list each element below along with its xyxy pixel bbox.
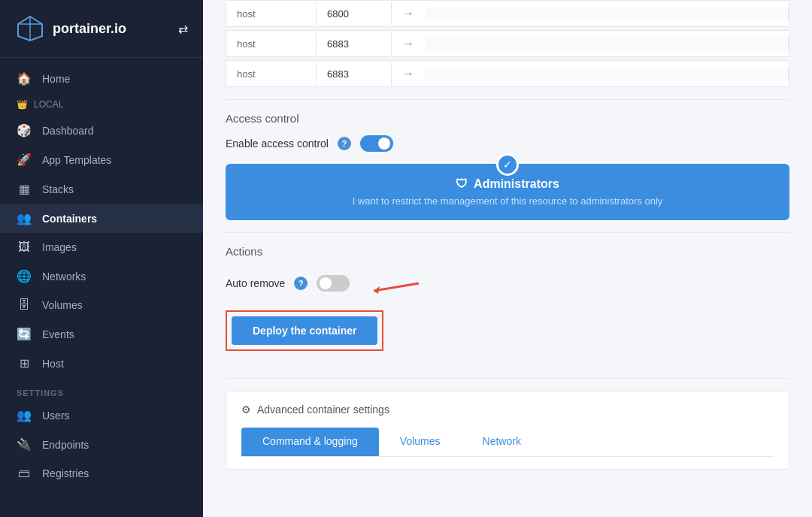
users-icon: 👥 [17, 408, 32, 422]
deploy-container-button[interactable]: Deploy the container [232, 316, 377, 345]
tab-network-label: Network [483, 435, 521, 447]
port-label-1: host [226, 32, 317, 56]
local-label: LOCAL [34, 99, 63, 110]
table-row: host 6800 → [226, 0, 789, 27]
app-templates-icon: 🚀 [17, 153, 32, 167]
sidebar-item-endpoints[interactable]: 🔌 Endpoints [0, 430, 203, 459]
actions-section: Actions Auto remove ? Deploy the contain… [226, 245, 789, 366]
admin-card-subtitle: I want to restrict the management of thi… [244, 195, 771, 207]
table-row: host 6883 → [226, 30, 789, 57]
tab-volumes[interactable]: Volumes [379, 428, 462, 456]
sidebar-item-label-host: Host [42, 358, 64, 370]
sidebar-item-volumes[interactable]: 🗄 Volumes [0, 291, 203, 319]
divider-actions [226, 232, 789, 233]
sidebar-item-app-templates[interactable]: 🚀 App Templates [0, 145, 203, 174]
port-arrow-2: → [392, 61, 425, 86]
auto-remove-help-icon[interactable]: ? [294, 277, 308, 290]
enable-access-label: Enable access control [226, 138, 329, 150]
sidebar-item-label-networks: Networks [42, 271, 86, 283]
port-label-2: host [226, 62, 317, 86]
admin-shield-icon: 🛡 [456, 177, 468, 191]
sidebar-item-containers[interactable]: 👥 Containers [0, 204, 203, 233]
registries-icon: 🗃 [17, 467, 32, 480]
port-empty-2 [425, 68, 789, 80]
sidebar-collapse-icon[interactable]: ⇄ [178, 22, 188, 36]
events-icon: 🔄 [17, 327, 32, 341]
port-empty-0 [425, 8, 789, 20]
sidebar-item-events[interactable]: 🔄 Events [0, 319, 203, 349]
networks-icon: 🌐 [17, 269, 32, 283]
deploy-button-highlight: Deploy the container [226, 310, 383, 351]
crown-icon: 👑 [17, 99, 28, 110]
images-icon: 🖼 [17, 240, 32, 254]
tab-command-logging-label: Command & logging [262, 435, 358, 447]
admin-check-icon: ✓ [496, 153, 519, 176]
sidebar-item-host[interactable]: ⊞ Host [0, 349, 203, 378]
port-arrow-0: → [392, 1, 425, 26]
sidebar-item-label-app-templates: App Templates [42, 154, 111, 166]
access-control-toggle[interactable] [360, 135, 393, 152]
sidebar-item-label-events: Events [42, 328, 74, 340]
actions-title: Actions [226, 245, 789, 258]
sidebar-item-label-stacks: Stacks [42, 183, 74, 195]
enable-access-control-row: Enable access control ? [226, 135, 789, 152]
sidebar-item-label-images: Images [42, 241, 77, 253]
divider-advanced [226, 378, 789, 379]
volumes-icon: 🗄 [17, 298, 32, 312]
port-value-1: 6883 [317, 32, 392, 56]
sidebar-item-stacks[interactable]: ▦ Stacks [0, 174, 203, 204]
sidebar: portainer.io ⇄ 🏠 Home 👑 LOCAL 🎲 Dashboar… [0, 0, 203, 517]
tab-command-logging[interactable]: Command & logging [241, 428, 379, 456]
table-row: host 6883 → [226, 60, 789, 87]
sidebar-item-users[interactable]: 👥 Users [0, 401, 203, 430]
access-control-section: Access control Enable access control ? ✓… [226, 112, 789, 220]
sidebar-item-label-dashboard: Dashboard [42, 125, 94, 137]
toggle-thumb [378, 138, 390, 150]
sidebar-item-images[interactable]: 🖼 Images [0, 233, 203, 262]
port-label-0: host [226, 2, 317, 26]
advanced-tabs: Command & logging Volumes Network [241, 428, 774, 457]
tab-network[interactable]: Network [462, 428, 542, 456]
auto-remove-label: Auto remove [226, 277, 285, 289]
advanced-section-title: ⚙ Advanced container settings [241, 404, 774, 416]
main-content: host 6800 → host 6883 → host 6883 → Acce… [203, 0, 812, 517]
endpoints-icon: 🔌 [17, 437, 32, 452]
port-value-2: 6883 [317, 62, 392, 86]
svg-line-4 [374, 283, 419, 291]
divider-access [226, 99, 789, 100]
port-arrow-1: → [392, 31, 425, 56]
auto-remove-toggle[interactable] [317, 275, 350, 292]
advanced-section-title-text: Advanced container settings [257, 404, 389, 416]
sidebar-item-label-volumes: Volumes [42, 299, 83, 311]
main-content-area: host 6800 → host 6883 → host 6883 → Acce… [203, 0, 812, 517]
settings-section-label: SETTINGS [0, 378, 203, 401]
port-rows: host 6800 → host 6883 → host 6883 → [226, 0, 789, 87]
sidebar-item-home[interactable]: 🏠 Home [0, 64, 203, 93]
sidebar-item-label-endpoints: Endpoints [42, 439, 89, 451]
sidebar-logo[interactable]: portainer.io ⇄ [0, 0, 203, 58]
advanced-container-settings: ⚙ Advanced container settings Command & … [226, 391, 789, 470]
home-icon: 🏠 [17, 71, 32, 86]
tab-volumes-label: Volumes [400, 435, 441, 447]
sidebar-item-label-containers: Containers [42, 213, 97, 225]
sidebar-item-networks[interactable]: 🌐 Networks [0, 262, 203, 291]
portainer-logo-icon [15, 14, 45, 44]
sidebar-item-registries[interactable]: 🗃 Registries [0, 459, 203, 488]
sidebar-item-label-home: Home [42, 73, 70, 85]
access-help-icon[interactable]: ? [338, 137, 351, 150]
host-icon: ⊞ [17, 356, 32, 370]
admin-card-title: 🛡 Administrators [244, 177, 771, 191]
sidebar-item-label-registries: Registries [42, 467, 89, 479]
portainer-logo-text: portainer.io [53, 21, 126, 37]
port-value-0: 6800 [317, 2, 392, 26]
gear-icon: ⚙ [241, 404, 251, 416]
port-empty-1 [425, 38, 789, 50]
red-arrow-annotation [366, 268, 426, 298]
sidebar-item-label-users: Users [42, 410, 70, 422]
dashboard-icon: 🎲 [17, 123, 32, 138]
admin-card[interactable]: ✓ 🛡 Administrators I want to restrict th… [226, 164, 789, 220]
sidebar-local-section: 👑 LOCAL [0, 93, 203, 116]
stacks-icon: ▦ [17, 182, 32, 196]
sidebar-item-dashboard[interactable]: 🎲 Dashboard [0, 116, 203, 145]
sidebar-nav: 🏠 Home 👑 LOCAL 🎲 Dashboard 🚀 App Templat… [0, 58, 203, 494]
